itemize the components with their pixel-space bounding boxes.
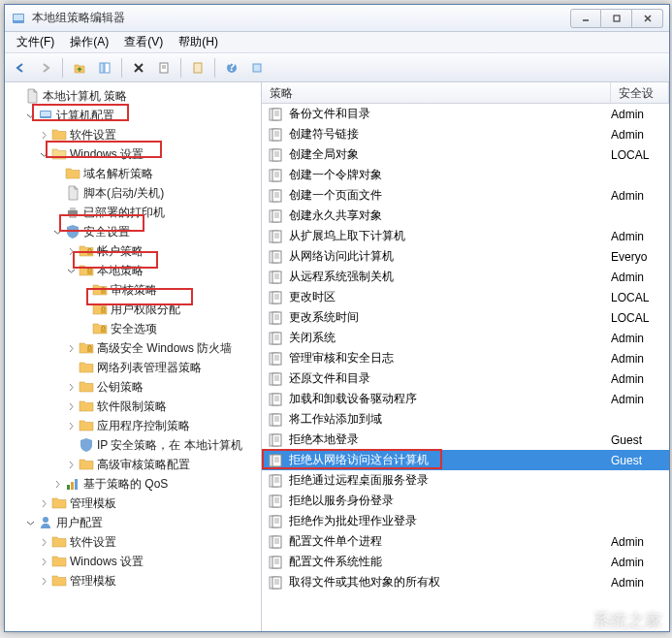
policy-icon: [268, 432, 283, 448]
list-row[interactable]: 加载和卸载设备驱动程序Admin: [262, 389, 669, 409]
list-row[interactable]: 备份文件和目录Admin: [262, 104, 669, 124]
up-button[interactable]: [68, 56, 91, 80]
column-header-security[interactable]: 安全设: [611, 82, 669, 103]
list-row[interactable]: 拒绝从网络访问这台计算机Guest: [262, 450, 669, 470]
delete-button[interactable]: [127, 56, 150, 80]
list-row[interactable]: 从远程系统强制关机Admin: [262, 267, 669, 287]
list-row[interactable]: 拒绝以服务身份登录: [262, 491, 669, 511]
list-row[interactable]: 将工作站添加到域: [262, 409, 669, 430]
maximize-button[interactable]: [601, 9, 632, 28]
tree-node-admin_templates2[interactable]: 管理模板: [5, 571, 261, 590]
svg-rect-54: [272, 190, 281, 202]
tree-node-public_key[interactable]: 公钥策略: [5, 377, 261, 397]
tree-node-computer_config[interactable]: 计算机配置: [5, 106, 261, 125]
properties-button[interactable]: [152, 56, 176, 80]
list-row[interactable]: 管理审核和安全日志Admin: [262, 348, 669, 368]
back-button[interactable]: [9, 56, 32, 80]
expand-icon[interactable]: [79, 323, 90, 335]
list-row[interactable]: 配置文件系统性能Admin: [262, 552, 669, 572]
tree-node-user_config[interactable]: 用户配置: [5, 513, 261, 532]
close-button[interactable]: [632, 9, 663, 28]
tree-pane[interactable]: 本地计算机 策略计算机配置软件设置Windows 设置域名解析策略脚本(启动/关…: [5, 82, 262, 631]
list-row[interactable]: 拒绝本地登录Guest: [262, 430, 669, 450]
tree-node-advanced_firewall[interactable]: 高级安全 Windows 防火墙: [5, 338, 261, 358]
expand-icon[interactable]: [79, 284, 90, 296]
list-row[interactable]: 创建符号链接Admin: [262, 124, 669, 144]
expand-icon[interactable]: [65, 459, 77, 470]
tree-node-app_control[interactable]: 应用程序控制策略: [5, 416, 261, 435]
tree-node-software_settings[interactable]: 软件设置: [5, 125, 261, 144]
expand-icon[interactable]: [51, 478, 63, 490]
list-row[interactable]: 创建全局对象LOCAL: [262, 144, 669, 165]
expand-icon[interactable]: [65, 362, 77, 373]
expand-icon[interactable]: [51, 207, 63, 218]
minimize-button[interactable]: [570, 9, 601, 28]
list-row[interactable]: 拒绝作为批处理作业登录: [262, 511, 669, 531]
show-hide-tree-button[interactable]: [93, 56, 116, 80]
expand-icon[interactable]: [65, 245, 77, 257]
tree-node-software_restriction[interactable]: 软件限制策略: [5, 397, 261, 416]
expand-icon[interactable]: [65, 439, 77, 451]
list-row[interactable]: 配置文件单个进程Admin: [262, 531, 669, 552]
tree-node-network_list[interactable]: 网络列表管理器策略: [5, 358, 261, 377]
expand-icon[interactable]: [65, 342, 77, 354]
list-row[interactable]: 更改系统时间LOCAL: [262, 307, 669, 328]
list-row[interactable]: 从扩展坞上取下计算机Admin: [262, 226, 669, 246]
expand-icon[interactable]: [38, 536, 49, 548]
tree-node-security_settings[interactable]: 安全设置: [5, 222, 261, 241]
tree-node-root[interactable]: 本地计算机 策略: [5, 86, 261, 106]
list-row[interactable]: 更改时区LOCAL: [262, 287, 669, 307]
tree-node-windows_settings[interactable]: Windows 设置: [5, 144, 261, 164]
forward-button[interactable]: [34, 56, 57, 80]
tree-node-audit_policy[interactable]: 审核策略: [5, 280, 261, 300]
list-row[interactable]: 从网络访问此计算机Everyo: [262, 246, 669, 267]
tree-node-advanced_audit[interactable]: 高级审核策略配置: [5, 455, 261, 474]
expand-icon[interactable]: [51, 187, 63, 199]
expand-icon[interactable]: [79, 303, 90, 315]
expand-icon[interactable]: [65, 400, 77, 412]
expand-icon[interactable]: [38, 148, 49, 160]
export-button[interactable]: [186, 56, 209, 80]
list-row[interactable]: 取得文件或其他对象的所有权Admin: [262, 572, 669, 592]
list-row[interactable]: 创建永久共享对象: [262, 206, 669, 226]
tree-node-scripts[interactable]: 脚本(启动/关机): [5, 183, 261, 203]
expand-icon[interactable]: [38, 575, 49, 587]
svg-rect-44: [272, 149, 281, 161]
tree-node-windows_settings2[interactable]: Windows 设置: [5, 552, 261, 571]
tree-node-name_resolution[interactable]: 域名解析策略: [5, 164, 261, 183]
menu-file[interactable]: 文件(F): [9, 32, 62, 52]
tree-node-account_policies[interactable]: 帐户策略: [5, 241, 261, 261]
expand-icon[interactable]: [38, 556, 49, 567]
list-row[interactable]: 创建一个页面文件Admin: [262, 185, 669, 206]
tree-node-local_policies[interactable]: 本地策略: [5, 261, 261, 280]
help-button[interactable]: ?: [220, 56, 243, 80]
list-row[interactable]: 创建一个令牌对象: [262, 165, 669, 185]
tree-node-user_rights[interactable]: 用户权限分配: [5, 300, 261, 319]
tree-node-deployed_printers[interactable]: 已部署的打印机: [5, 203, 261, 222]
tree-node-ip_security[interactable]: IP 安全策略，在 本地计算机: [5, 435, 261, 455]
expand-icon[interactable]: [65, 420, 77, 431]
expand-icon[interactable]: [51, 226, 63, 238]
expand-icon[interactable]: [65, 381, 77, 393]
tree-node-policy_qos[interactable]: 基于策略的 QoS: [5, 474, 261, 494]
expand-icon[interactable]: [38, 497, 49, 509]
expand-icon[interactable]: [51, 168, 63, 179]
list-row[interactable]: 关闭系统Admin: [262, 328, 669, 348]
tree-node-admin_templates[interactable]: 管理模板: [5, 494, 261, 513]
list-row[interactable]: 还原文件和目录Admin: [262, 368, 669, 389]
menu-help[interactable]: 帮助(H): [171, 32, 226, 52]
svg-rect-49: [272, 170, 281, 181]
expand-icon[interactable]: [38, 129, 49, 141]
expand-icon[interactable]: [24, 517, 36, 528]
expand-icon[interactable]: [65, 265, 77, 276]
expand-icon[interactable]: [11, 90, 22, 102]
refresh-button[interactable]: [245, 56, 269, 80]
list-row[interactable]: 拒绝通过远程桌面服务登录: [262, 470, 669, 491]
tree-node-security_options[interactable]: 安全选项: [5, 319, 261, 338]
menu-view[interactable]: 查看(V): [116, 32, 171, 52]
expand-icon[interactable]: [24, 110, 36, 121]
tree-node-software_settings2[interactable]: 软件设置: [5, 532, 261, 552]
menu-action[interactable]: 操作(A): [62, 32, 116, 52]
column-header-policy[interactable]: 策略: [262, 82, 611, 103]
list-body[interactable]: 备份文件和目录Admin创建符号链接Admin创建全局对象LOCAL创建一个令牌…: [262, 104, 669, 631]
